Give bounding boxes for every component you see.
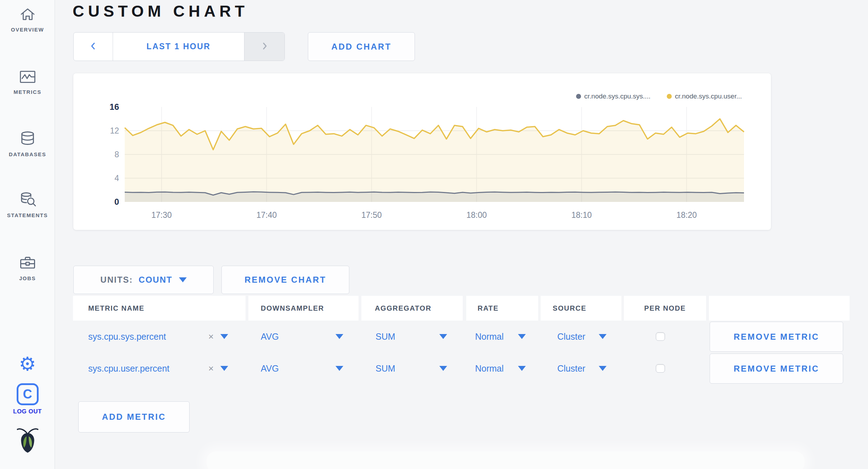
- chevron-down-icon[interactable]: [439, 366, 447, 371]
- downsampler-dropdown[interactable]: AVG: [261, 363, 279, 374]
- rate-dropdown[interactable]: Normal: [475, 363, 504, 374]
- sidebar-item-label: DATABASES: [9, 151, 46, 157]
- page-title: CUSTOM CHART: [73, 2, 248, 21]
- column-header-rate: RATE: [466, 296, 538, 321]
- remove-metric-button[interactable]: REMOVE METRIC: [710, 322, 843, 352]
- sidebar-item-metrics[interactable]: METRICS: [0, 68, 55, 95]
- sidebar-item-databases[interactable]: DATABASES: [0, 130, 55, 157]
- chevron-left-icon: [89, 41, 98, 52]
- sidebar-item-label: OVERVIEW: [11, 27, 44, 33]
- svg-text:4: 4: [114, 174, 119, 183]
- sidebar-item-label: METRICS: [13, 89, 41, 95]
- chevron-down-icon[interactable]: [599, 366, 607, 371]
- metric-name-dropdown[interactable]: sys.cpu.user.percent: [88, 363, 169, 374]
- metric-name-dropdown[interactable]: sys.cpu.sys.percent: [88, 332, 166, 342]
- remove-metric-button[interactable]: REMOVE METRIC: [710, 354, 843, 384]
- svg-text:18:00: 18:00: [466, 210, 487, 220]
- legend-label: cr.node.sys.cpu.user...: [675, 92, 742, 100]
- downsampler-dropdown[interactable]: AVG: [261, 332, 279, 342]
- legend-dot-user: [667, 94, 672, 99]
- svg-text:8: 8: [114, 150, 119, 159]
- home-icon: [19, 6, 36, 23]
- source-dropdown[interactable]: Cluster: [557, 332, 585, 342]
- legend-item-user[interactable]: cr.node.sys.cpu.user...: [667, 92, 742, 100]
- column-header-actions: [709, 296, 850, 321]
- metrics-icon: [19, 68, 36, 86]
- aggregator-dropdown[interactable]: SUM: [376, 363, 395, 374]
- sidebar: OVERVIEW METRICS DATABASES: [0, 0, 55, 469]
- time-range-dropdown[interactable]: LAST 1 HOUR: [113, 33, 244, 61]
- units-label: UNITS:: [100, 275, 133, 285]
- column-header-metric-name: METRIC NAME: [73, 296, 246, 321]
- svg-text:12: 12: [110, 126, 119, 135]
- column-header-per-node: PER NODE: [624, 296, 706, 321]
- legend-item-sys[interactable]: cr.node.sys.cpu.sys....: [576, 92, 650, 100]
- database-icon: [18, 130, 37, 148]
- rate-dropdown[interactable]: Normal: [475, 332, 504, 342]
- next-card-edge: [207, 451, 805, 469]
- remove-chart-button[interactable]: REMOVE CHART: [221, 266, 349, 294]
- chevron-down-icon[interactable]: [220, 334, 228, 339]
- chevron-down-icon[interactable]: [220, 366, 228, 371]
- clear-metric-button[interactable]: ×: [208, 364, 214, 373]
- sidebar-item-statements[interactable]: STATEMENTS: [0, 191, 55, 218]
- time-range-selector: LAST 1 HOUR: [73, 32, 285, 61]
- logout-button[interactable]: C LOG OUT: [0, 383, 55, 415]
- add-chart-button[interactable]: ADD CHART: [308, 32, 415, 61]
- svg-text:18:20: 18:20: [676, 210, 697, 220]
- units-dropdown[interactable]: UNITS: COUNT: [73, 266, 214, 294]
- sidebar-item-label: STATEMENTS: [7, 212, 48, 218]
- chevron-right-icon: [260, 41, 269, 52]
- chevron-down-icon[interactable]: [518, 366, 526, 371]
- per-node-checkbox[interactable]: [656, 364, 665, 373]
- chevron-down-icon[interactable]: [599, 334, 607, 339]
- chart-legend: cr.node.sys.cpu.sys.... cr.node.sys.cpu.…: [576, 92, 742, 100]
- aggregator-dropdown[interactable]: SUM: [376, 332, 395, 342]
- cockroach-c-icon: C: [17, 383, 39, 405]
- chart-card: 17:3017:4017:5018:0018:1018:200481216 cr…: [73, 73, 771, 230]
- legend-label: cr.node.sys.cpu.sys....: [584, 92, 650, 100]
- clear-metric-button[interactable]: ×: [208, 332, 214, 341]
- column-header-source: SOURCE: [541, 296, 621, 321]
- svg-text:17:40: 17:40: [257, 210, 277, 220]
- briefcase-icon: [18, 254, 37, 272]
- sidebar-item-jobs[interactable]: JOBS: [0, 254, 55, 281]
- units-value: COUNT: [139, 275, 172, 285]
- bug-icon: [16, 427, 39, 454]
- svg-text:16: 16: [109, 102, 119, 112]
- svg-text:17:50: 17:50: [361, 210, 382, 220]
- logout-label: LOG OUT: [13, 408, 42, 415]
- chevron-down-icon[interactable]: [518, 334, 526, 339]
- add-metric-button[interactable]: ADD METRIC: [78, 401, 190, 433]
- sidebar-item-label: JOBS: [19, 275, 36, 281]
- table-row: sys.cpu.user.percent × AVG SUM Normal Cl…: [0, 352, 868, 384]
- cockroach-bug-logo: [0, 427, 55, 454]
- time-range-next-button[interactable]: [244, 33, 284, 61]
- sidebar-item-overview[interactable]: OVERVIEW: [0, 6, 55, 33]
- column-header-downsampler: DOWNSAMPLER: [248, 296, 359, 321]
- per-node-checkbox[interactable]: [656, 332, 665, 341]
- svg-text:0: 0: [114, 197, 119, 207]
- legend-dot-sys: [576, 94, 581, 99]
- svg-text:17:30: 17:30: [151, 210, 172, 220]
- chevron-down-icon: [179, 277, 187, 282]
- column-header-aggregator: AGGREGATOR: [361, 296, 463, 321]
- chevron-down-icon[interactable]: [439, 334, 447, 339]
- table-row: sys.cpu.sys.percent × AVG SUM Normal Clu…: [0, 321, 868, 352]
- svg-text:18:10: 18:10: [571, 210, 592, 220]
- chevron-down-icon[interactable]: [336, 334, 343, 339]
- source-dropdown[interactable]: Cluster: [557, 363, 585, 374]
- time-range-prev-button[interactable]: [74, 33, 113, 61]
- chevron-down-icon[interactable]: [336, 366, 343, 371]
- statements-icon: [18, 191, 37, 209]
